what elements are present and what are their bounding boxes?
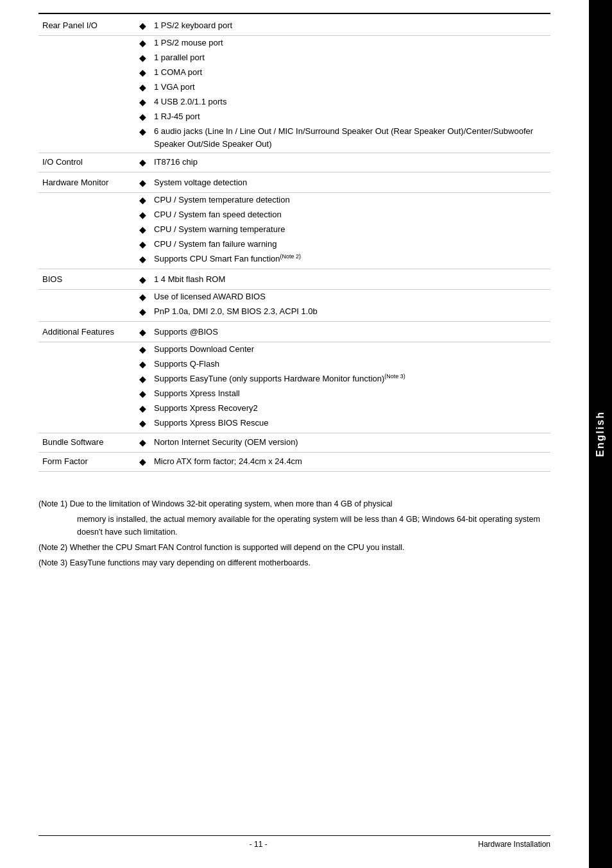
note-1-prefix: (Note 1): [38, 499, 67, 508]
bullet-icon: ◆: [139, 388, 146, 399]
section-label: Form Factor: [38, 453, 135, 472]
table-row: Additional Features◆Supports @BIOS: [38, 322, 550, 342]
item-value: CPU / System temperature detection: [150, 193, 550, 208]
section-label: [38, 193, 135, 208]
item-value: System voltage detection: [150, 172, 550, 193]
item-value: 1 PS/2 mouse port: [150, 36, 550, 51]
bullet: ◆: [135, 80, 150, 95]
bullet-icon: ◆: [139, 67, 146, 78]
item-value: 4 USB 2.0/1.1 ports: [150, 95, 550, 110]
bullet: ◆: [135, 416, 150, 433]
bullet-icon: ◆: [139, 254, 146, 264]
bullet-icon: ◆: [139, 210, 146, 220]
table-row: ◆CPU / System temperature detection: [38, 193, 550, 208]
item-value: 6 audio jacks (Line In / Line Out / MIC …: [150, 124, 550, 153]
item-value: 1 4 Mbit flash ROM: [150, 269, 550, 290]
bullet: ◆: [135, 305, 150, 322]
item-value: PnP 1.0a, DMI 2.0, SM BIOS 2.3, ACPI 1.0…: [150, 305, 550, 322]
bullet: ◆: [135, 269, 150, 290]
section-label: [38, 387, 135, 401]
section-label: I/O Control: [38, 153, 135, 172]
bullet-icon: ◆: [139, 53, 146, 63]
note-ref: (Note 3): [384, 373, 405, 380]
table-row: ◆CPU / System warning temperature: [38, 222, 550, 237]
bullet-icon: ◆: [139, 327, 146, 337]
item-value: 1 PS/2 keyboard port: [150, 14, 550, 36]
bullet-icon: ◆: [139, 38, 146, 48]
table-row: ◆1 RJ-45 port: [38, 110, 550, 124]
bullet: ◆: [135, 342, 150, 358]
bullet: ◆: [135, 322, 150, 342]
section-label: [38, 357, 135, 372]
item-value: 1 COMA port: [150, 65, 550, 80]
section-label: [38, 252, 135, 269]
section-label: BIOS: [38, 269, 135, 290]
table-row: ◆CPU / System fan failure warning: [38, 237, 550, 252]
item-value: CPU / System fan failure warning: [150, 237, 550, 252]
bullet: ◆: [135, 372, 150, 387]
table-row: ◆Supports CPU Smart Fan function(Note 2): [38, 252, 550, 269]
note-1: (Note 1) Due to the limitation of Window…: [38, 497, 550, 510]
bullet: ◆: [135, 387, 150, 401]
bullet-icon: ◆: [139, 456, 146, 467]
bullet: ◆: [135, 401, 150, 416]
bottom-bar: - 11 - Hardware Installation: [38, 835, 550, 849]
item-value: IT8716 chip: [150, 153, 550, 172]
table-row: BIOS◆1 4 Mbit flash ROM: [38, 269, 550, 290]
bullet-icon: ◆: [139, 274, 146, 285]
section-label: [38, 401, 135, 416]
table-row: ◆Supports EasyTune (only supports Hardwa…: [38, 372, 550, 387]
table-row: ◆6 audio jacks (Line In / Line Out / MIC…: [38, 124, 550, 153]
bullet-icon: ◆: [139, 178, 146, 188]
item-value: 1 parallel port: [150, 51, 550, 65]
table-row: ◆Supports Q-Flash: [38, 357, 550, 372]
bullet: ◆: [135, 252, 150, 269]
bullet-icon: ◆: [139, 344, 146, 355]
bullet-icon: ◆: [139, 403, 146, 413]
item-value: Micro ATX form factor; 24.4cm x 24.4cm: [150, 453, 550, 472]
bullet: ◆: [135, 172, 150, 193]
bullet-icon: ◆: [139, 157, 146, 167]
section-label: [38, 416, 135, 433]
bullet-icon: ◆: [139, 418, 146, 428]
item-value: Supports Xpress Recovery2: [150, 401, 550, 416]
table-row: ◆4 USB 2.0/1.1 ports: [38, 95, 550, 110]
table-row: ◆Supports Xpress BIOS Rescue: [38, 416, 550, 433]
table-row: ◆Use of licensed AWARD BIOS: [38, 290, 550, 305]
bullet: ◆: [135, 208, 150, 222]
bullet-icon: ◆: [139, 224, 146, 235]
section-label: [38, 372, 135, 387]
note-1-text: Due to the limitation of Windows 32-bit …: [67, 499, 393, 508]
table-row: I/O Control◆IT8716 chip: [38, 153, 550, 172]
note-1-continuation: memory is installed, the actual memory a…: [38, 513, 550, 538]
table-row: ◆1 COMA port: [38, 65, 550, 80]
section-label: Hardware Monitor: [38, 172, 135, 193]
bullet-icon: ◆: [139, 239, 146, 249]
section-label: [38, 95, 135, 110]
bullet-icon: ◆: [139, 306, 146, 317]
bullet: ◆: [135, 110, 150, 124]
bullet-icon: ◆: [139, 126, 146, 137]
section-label: [38, 342, 135, 358]
table-row: ◆Supports Xpress Install: [38, 387, 550, 401]
table-row: ◆1 parallel port: [38, 51, 550, 65]
item-value: Supports Xpress BIOS Rescue: [150, 416, 550, 433]
section-label: [38, 237, 135, 252]
side-tab: English: [589, 0, 612, 868]
bullet-icon: ◆: [139, 359, 146, 369]
item-value: Supports Download Center: [150, 342, 550, 358]
item-value: CPU / System fan speed detection: [150, 208, 550, 222]
section-label: [38, 305, 135, 322]
item-value: Supports EasyTune (only supports Hardwar…: [150, 372, 550, 387]
table-row: ◆Supports Xpress Recovery2: [38, 401, 550, 416]
table-row: ◆1 VGA port: [38, 80, 550, 95]
table-row: Hardware Monitor◆System voltage detectio…: [38, 172, 550, 193]
section-label: Additional Features: [38, 322, 135, 342]
section-label: [38, 36, 135, 51]
table-row: Rear Panel I/O◆1 PS/2 keyboard port: [38, 14, 550, 36]
item-value: Use of licensed AWARD BIOS: [150, 290, 550, 305]
section-label: [38, 65, 135, 80]
section-label: [38, 124, 135, 153]
bullet-icon: ◆: [139, 195, 146, 205]
note-ref: (Note 2): [280, 253, 302, 260]
